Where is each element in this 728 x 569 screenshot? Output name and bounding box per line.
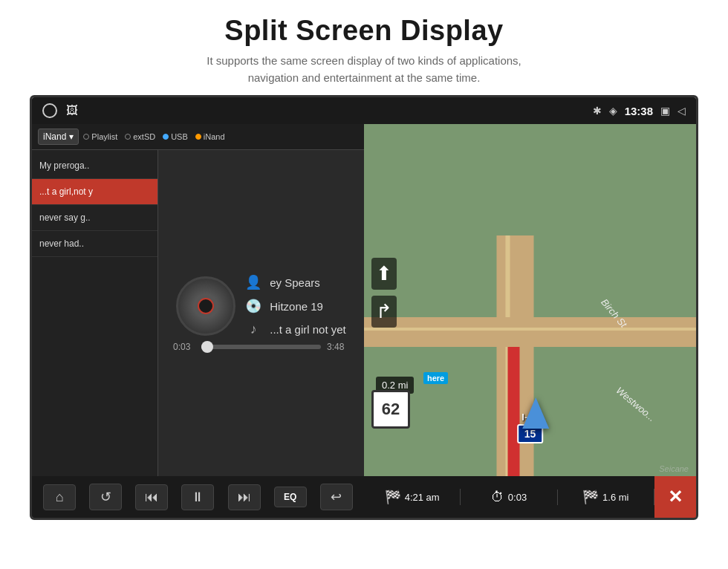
total-time: 3:48 <box>327 342 349 352</box>
source-tab-playlist[interactable]: Playlist <box>83 132 117 141</box>
speed-value: 62 <box>382 400 400 419</box>
nav-bottom-bar: 🏁 4:21 am ⏱ 0:03 🏁 1.6 mi ✕ <box>364 476 696 518</box>
inand-tab-label: iNand <box>204 132 225 141</box>
remaining-distance: 1.6 mi <box>602 492 628 503</box>
window-icon: ▣ <box>660 105 670 117</box>
here-logo: here <box>423 372 448 384</box>
prev-button[interactable]: ⏮ <box>135 484 168 510</box>
watermark: Seicane <box>659 464 689 473</box>
usb-radio-icon <box>163 134 169 140</box>
progress-area: 0:03 3:48 <box>166 342 357 352</box>
eq-button[interactable]: EQ <box>274 487 307 507</box>
source-dropdown-label: iNand <box>43 131 66 142</box>
location-icon: ◈ <box>609 105 617 117</box>
inand-radio-icon <box>195 134 201 140</box>
artist-name: ey Spears <box>270 276 320 289</box>
playlist-radio-icon <box>83 134 89 140</box>
source-tabs: Playlist extSD USB iNand <box>83 132 224 141</box>
playlist-area: My preroga.. ...t a girl,not y never say… <box>32 150 364 476</box>
album-art <box>176 276 235 336</box>
extsd-tab-label: extSD <box>133 132 155 141</box>
home-button[interactable]: ⌂ <box>43 484 76 510</box>
image-icon: 🖼 <box>66 104 78 117</box>
page-header: Split Screen Display It supports the sam… <box>0 0 728 95</box>
device-frame: 🖼 ✱ ◈ 13:38 ▣ ◁ iNand ▾ Playlist <box>30 95 698 520</box>
turn-indicator: ⬆ ↱ <box>371 258 397 328</box>
source-tab-inand[interactable]: iNand <box>195 132 225 141</box>
album-art-center <box>198 298 214 314</box>
status-bar-left: 🖼 <box>42 103 78 118</box>
song-icon: ♪ <box>243 322 264 337</box>
close-icon: ✕ <box>668 487 683 507</box>
list-item[interactable]: never say g.. <box>32 205 157 231</box>
playlist-sidebar: My preroga.. ...t a girl,not y never say… <box>32 150 158 476</box>
nav-stat-arrival: 🏁 4:21 am <box>364 489 461 505</box>
playlist-tab-label: Playlist <box>91 132 117 141</box>
turn-icon-2: ↱ <box>371 296 397 328</box>
nav-stat-distance: 🏁 1.6 mi <box>558 489 654 505</box>
duration-value: 0:03 <box>508 492 527 503</box>
speed-badge: 62 <box>371 390 410 429</box>
source-bar: iNand ▾ Playlist extSD USB <box>32 124 364 150</box>
page-title: Split Screen Display <box>0 15 728 47</box>
svg-rect-3 <box>364 317 696 347</box>
track-info: 👤 ey Spears 💿 Hitzone 19 ♪ <box>166 274 357 337</box>
distance-icon: 🏁 <box>582 489 599 505</box>
play-pause-button[interactable]: ⏸ <box>181 484 214 510</box>
map-roads-svg: Birch St Westwoo... <box>364 124 696 518</box>
progress-bar[interactable] <box>201 345 321 349</box>
nav-stat-duration: ⏱ 0:03 <box>461 490 557 505</box>
arrival-time: 4:21 am <box>405 492 440 503</box>
artist-row: 👤 ey Spears 💿 Hitzone 19 ♪ <box>166 274 357 337</box>
arrival-icon: 🏁 <box>385 489 401 505</box>
player-main: 👤 ey Spears 💿 Hitzone 19 ♪ <box>158 150 364 476</box>
bluetooth-icon: ✱ <box>593 105 602 117</box>
source-tab-usb[interactable]: USB <box>163 132 188 141</box>
song-name: ...t a girl not yet <box>270 323 346 336</box>
repeat-button[interactable]: ↺ <box>89 484 122 510</box>
extsd-radio-icon <box>125 134 131 140</box>
source-dropdown[interactable]: iNand ▾ <box>38 129 79 145</box>
duration-icon: ⏱ <box>491 490 504 505</box>
status-time: 13:38 <box>625 105 653 117</box>
back-button[interactable]: ↩ <box>320 484 353 510</box>
status-bar: 🖼 ✱ ◈ 13:38 ▣ ◁ <box>32 97 696 124</box>
list-item[interactable]: ...t a girl,not y <box>32 179 157 205</box>
usb-tab-label: USB <box>171 132 188 141</box>
current-time: 0:03 <box>173 342 195 352</box>
dropdown-arrow-icon: ▾ <box>69 131 74 142</box>
nav-arrow <box>522 397 549 429</box>
controls-bar: ⌂ ↺ ⏮ ⏸ ⏭ EQ ↩ <box>32 476 364 518</box>
turn-icon-1: ⬆ <box>371 258 397 290</box>
nav-close-button[interactable]: ✕ <box>654 476 696 518</box>
list-item[interactable]: never had.. <box>32 231 157 257</box>
album-icon: 💿 <box>243 298 264 314</box>
progress-thumb <box>201 341 213 353</box>
split-screen: iNand ▾ Playlist extSD USB <box>32 124 696 518</box>
list-item[interactable]: My preroga.. <box>32 153 157 179</box>
status-bar-right: ✱ ◈ 13:38 ▣ ◁ <box>593 105 686 117</box>
svg-rect-4 <box>364 328 696 331</box>
page-subtitle: It supports the same screen display of t… <box>0 53 728 86</box>
album-name: Hitzone 19 <box>270 300 323 313</box>
back-icon: ◁ <box>677 105 686 117</box>
home-circle-icon <box>42 103 57 118</box>
source-tab-extsd[interactable]: extSD <box>125 132 155 141</box>
next-button[interactable]: ⏭ <box>228 484 261 510</box>
artist-icon: 👤 <box>243 274 264 290</box>
nav-panel: ⬇ ⬇ ⬇ Sahara Avenue ↗ ONLY <box>364 124 696 518</box>
music-panel: iNand ▾ Playlist extSD USB <box>32 124 364 518</box>
